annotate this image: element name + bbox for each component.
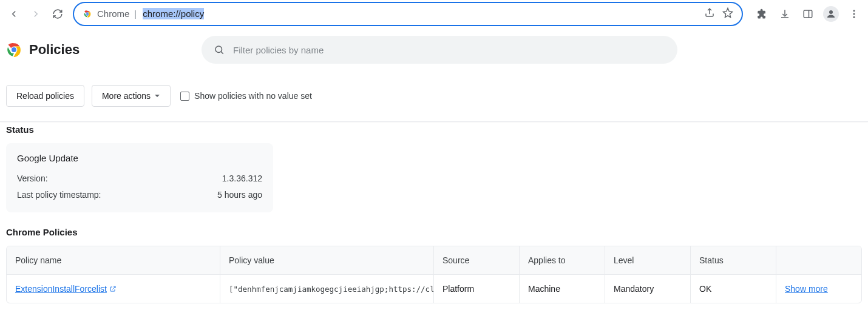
site-info-chip[interactable]: Chrome | [83,8,137,19]
svg-point-3 [87,13,89,15]
forward-button[interactable] [25,4,46,24]
back-button[interactable] [4,4,24,24]
toolbar-right [748,4,864,24]
controls-row: Reload policies More actions Show polici… [0,72,868,121]
table-row: ExtensionInstallForcelist ["denhmfenjcam… [7,274,861,303]
policy-name-link[interactable]: ExtensionInstallForcelist [15,284,117,294]
bookmark-star-icon[interactable] [722,7,733,20]
omnibox-divider: | [134,8,137,19]
search-input[interactable] [233,45,665,55]
show-no-value-label: Show policies with no value set [194,91,312,101]
status-row: Version: 1.3.36.312 [17,170,262,187]
col-applies: Applies to [520,246,605,274]
site-label: Chrome [97,8,129,19]
status-heading: Status [6,124,862,135]
svg-point-6 [853,10,855,12]
extensions-icon[interactable] [751,4,772,24]
policy-more-cell: Show more [776,274,861,303]
col-status: Status [691,246,776,274]
external-link-icon [109,285,117,292]
col-source: Source [434,246,520,274]
chrome-policies-heading: Chrome Policies [6,227,862,237]
policies-table: Policy name Policy value Source Applies … [6,246,862,303]
share-icon[interactable] [704,7,715,20]
reload-browser-button[interactable] [47,4,68,24]
status-card-title: Google Update [17,153,262,163]
page-header: Policies [0,28,868,72]
svg-point-8 [853,16,855,18]
show-more-link[interactable]: Show more [785,284,828,294]
page-content: Status Google Update Version: 1.3.36.312… [0,122,868,309]
address-bar[interactable]: Chrome | chrome://policy [73,2,743,26]
status-row: Last policy timestamp: 5 hours ago [17,187,262,203]
svg-point-7 [853,13,855,15]
col-more [776,246,861,274]
status-value: 1.3.36.312 [222,170,262,187]
status-value: 5 hours ago [217,187,262,203]
more-actions-label: More actions [102,91,151,101]
profile-avatar[interactable] [821,4,841,24]
side-panel-icon[interactable] [798,4,818,24]
svg-rect-4 [804,10,812,18]
status-card: Google Update Version: 1.3.36.312 Last p… [6,143,273,212]
svg-point-5 [829,10,833,14]
kebab-menu-icon[interactable] [844,4,864,24]
reload-policies-button[interactable]: Reload policies [6,85,84,107]
page-title: Policies [29,42,80,58]
col-level: Level [605,246,691,274]
policy-search[interactable] [202,36,677,64]
chrome-icon [83,9,92,19]
status-key: Last policy timestamp: [17,187,101,203]
policy-value-cell: ["denhmfenjcamjiamkogegcjieeiahjgp;https… [220,274,434,303]
col-name: Policy name [7,246,220,274]
url-text: chrome://policy [143,8,204,19]
col-value: Policy value [220,246,434,274]
policy-applies-cell: Machine [520,274,605,303]
downloads-icon[interactable] [775,4,795,24]
policy-name-cell: ExtensionInstallForcelist [7,274,220,303]
more-actions-dropdown[interactable]: More actions [92,85,171,107]
svg-point-11 [12,47,16,52]
checkbox-icon [180,92,189,101]
policy-name-text: ExtensionInstallForcelist [15,284,107,294]
chevron-down-icon [154,93,160,99]
svg-point-12 [215,46,222,53]
show-no-value-checkbox[interactable]: Show policies with no value set [180,91,312,101]
table-header-row: Policy name Policy value Source Applies … [7,246,861,274]
policy-source-cell: Platform [434,274,520,303]
policy-status-cell: OK [691,274,776,303]
policy-level-cell: Mandatory [605,274,691,303]
chrome-icon [6,42,22,58]
search-icon [214,44,225,55]
status-key: Version: [17,170,48,187]
browser-toolbar: Chrome | chrome://policy [0,0,868,28]
